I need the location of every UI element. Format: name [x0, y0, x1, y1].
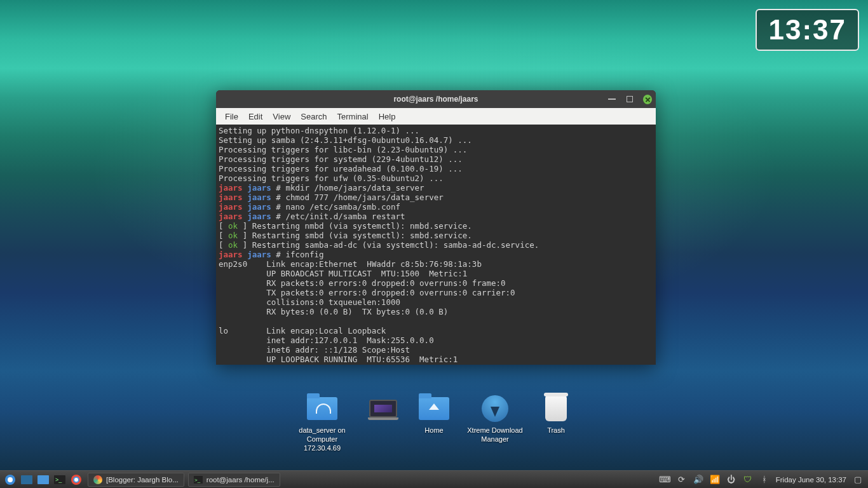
keyboard-indicator-icon[interactable]: ⌨ — [660, 475, 670, 485]
taskbar: >_ [Blogger: Jaargh Blo... >_ root@jaars… — [0, 470, 868, 488]
task-label: root@jaars /home/j... — [207, 476, 275, 484]
term-line: Restarting samba-ad-dc (via systemctl): … — [252, 240, 539, 250]
prompt-sep: # — [271, 202, 286, 212]
ok-lb: [ — [219, 221, 228, 231]
taskbar-task-blogger[interactable]: [Blogger: Jaargh Blo... — [88, 473, 184, 487]
term-line: Processing triggers for systemd (229-4ub… — [219, 154, 463, 164]
prompt-cmd: nano /etc/samba/smb.conf — [285, 202, 400, 212]
update-indicator-icon[interactable]: ⟳ — [677, 475, 687, 485]
svg-point-8 — [74, 478, 78, 482]
show-desktop-button[interactable] — [19, 473, 34, 487]
prompt-sep: # — [271, 250, 286, 259]
network-folder-icon — [306, 394, 339, 423]
term-line: Restarting smbd (via systemctl): smbd.se… — [252, 231, 472, 240]
prompt-sep: # — [271, 212, 286, 221]
volume-icon[interactable]: 🔊 — [693, 475, 703, 485]
ok-rb: ] — [238, 240, 252, 250]
chrome-launcher[interactable] — [69, 473, 84, 487]
session-menu-icon[interactable]: ▢ — [853, 475, 863, 485]
prompt-user: jaars — [219, 212, 243, 221]
desktop-icons: data_server on Computer 172.30.4.69 Home… — [0, 394, 868, 452]
term-line: RX packets:0 errors:0 dropped:0 overruns… — [219, 278, 506, 288]
svg-point-1 — [8, 477, 13, 482]
menu-edit[interactable]: Edit — [243, 112, 268, 121]
home-folder-icon — [417, 394, 451, 423]
ok-txt: ok — [228, 240, 238, 250]
download-manager-icon — [478, 394, 512, 423]
svg-text:>_: >_ — [55, 477, 62, 483]
term-line: enp2s0 Link encap:Ethernet HWaddr c8:5b:… — [219, 259, 482, 269]
desktop-icon-trash[interactable]: Trash — [537, 394, 575, 435]
prompt-host: jaars — [247, 212, 271, 221]
prompt-user: jaars — [219, 193, 243, 202]
taskbar-clock[interactable]: Friday June 30, 13:37 — [776, 476, 846, 484]
network-icon[interactable]: 📶 — [710, 475, 720, 485]
menu-terminal[interactable]: Terminal — [332, 112, 374, 121]
prompt-cmd: ifconfig — [285, 250, 323, 259]
prompt-cmd: /etc/init.d/samba restart — [285, 212, 405, 221]
menu-file[interactable]: File — [220, 112, 243, 121]
term-line: inet addr:127.0.0.1 Mask:255.0.0.0 — [219, 336, 434, 345]
term-line: Restarting nmbd (via systemctl): nmbd.se… — [252, 221, 472, 231]
ok-txt: ok — [228, 231, 238, 240]
prompt-user: jaars — [219, 250, 243, 259]
terminal-menubar: File Edit View Search Terminal Help — [216, 108, 656, 125]
desktop-icon-xdm[interactable]: Xtreme Download Manager — [466, 394, 524, 444]
shield-icon[interactable]: 🛡 — [743, 475, 753, 485]
desktop-icon-data-server[interactable]: data_server on Computer 172.30.4.69 — [293, 394, 351, 452]
term-line: Processing triggers for ufw (0.35-0ubunt… — [219, 173, 444, 183]
taskbar-task-terminal[interactable]: >_ root@jaars /home/j... — [188, 473, 280, 487]
term-line: Processing triggers for ureadahead (0.10… — [219, 164, 463, 173]
menu-search[interactable]: Search — [295, 112, 332, 121]
terminal-launcher[interactable]: >_ — [52, 473, 67, 487]
prompt-host: jaars — [247, 183, 271, 193]
bluetooth-icon[interactable]: ᚼ — [759, 475, 770, 485]
terminal-window[interactable]: root@jaars /home/jaars File Edit View Se… — [216, 90, 656, 365]
desktop-icon-home[interactable]: Home — [415, 394, 453, 435]
ok-txt: ok — [228, 221, 238, 231]
prompt-cmd: mkdir /home/jaars/data_server — [285, 183, 424, 193]
prompt-sep: # — [271, 183, 286, 193]
laptop-icon — [367, 394, 400, 423]
prompt-cmd: chmod 777 /home/jaars/data_server — [285, 193, 443, 202]
desktop-clock-widget: 13:37 — [756, 9, 859, 51]
chrome-icon — [93, 475, 102, 484]
terminal-titlebar[interactable]: root@jaars /home/jaars — [216, 90, 656, 108]
start-menu-button[interactable] — [3, 473, 18, 487]
prompt-user: jaars — [219, 183, 243, 193]
svg-text:>_: >_ — [194, 477, 201, 483]
icon-label: Home — [424, 426, 443, 435]
icon-label: data_server on Computer 172.30.4.69 — [293, 426, 351, 452]
prompt-sep: # — [271, 193, 286, 202]
prompt-user: jaars — [219, 202, 243, 212]
term-line: inet6 addr: ::1/128 Scope:Host — [219, 345, 410, 355]
term-line: RX bytes:0 (0.0 B) TX bytes:0 (0.0 B) — [219, 307, 448, 316]
prompt-host: jaars — [247, 250, 271, 259]
power-icon[interactable]: ⏻ — [726, 475, 736, 485]
term-line: lo Link encap:Local Loopback — [219, 326, 386, 336]
term-line: collisions:0 txqueuelen:1000 — [219, 297, 400, 307]
terminal-body[interactable]: Setting up python-dnspython (1.12.0-1) .… — [216, 125, 656, 365]
file-manager-launcher[interactable] — [36, 473, 51, 487]
term-line: TX packets:0 errors:0 dropped:0 overruns… — [219, 288, 515, 297]
task-label: [Blogger: Jaargh Blo... — [106, 476, 179, 484]
prompt-host: jaars — [247, 202, 271, 212]
svg-rect-3 — [37, 475, 49, 484]
term-line: Setting up samba (2:4.3.11+dfsg-0ubuntu0… — [219, 135, 472, 145]
close-button[interactable] — [643, 95, 652, 104]
term-line: Processing triggers for libc-bin (2.23-0… — [219, 145, 467, 154]
prompt-host: jaars — [247, 193, 271, 202]
icon-label: Trash — [547, 426, 565, 435]
ok-lb: [ — [219, 240, 228, 250]
menu-help[interactable]: Help — [374, 112, 401, 121]
minimize-button[interactable] — [607, 95, 616, 104]
menu-view[interactable]: View — [268, 112, 295, 121]
maximize-button[interactable] — [625, 95, 634, 104]
desktop-icon-computer[interactable] — [364, 394, 402, 426]
terminal-title: root@jaars /home/jaars — [216, 95, 656, 104]
term-line: UP LOOPBACK RUNNING MTU:65536 Metric:1 — [219, 355, 458, 364]
ok-rb: ] — [238, 221, 252, 231]
svg-rect-2 — [21, 475, 32, 484]
clock-time: 13:37 — [768, 14, 846, 45]
terminal-icon: >_ — [194, 476, 203, 484]
